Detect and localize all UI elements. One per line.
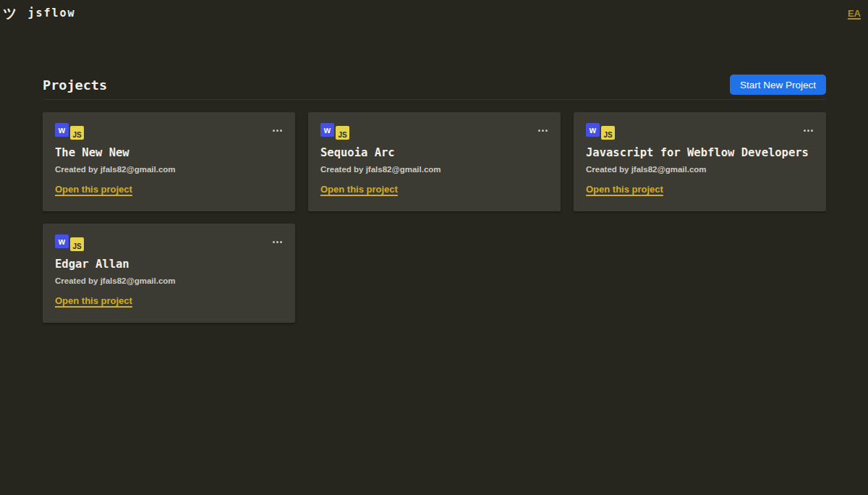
more-options-icon[interactable] bbox=[803, 127, 814, 134]
project-type-icons: w JS bbox=[55, 123, 84, 140]
javascript-icon: JS bbox=[70, 126, 84, 140]
card-header: w JS bbox=[320, 123, 548, 140]
more-options-icon[interactable] bbox=[272, 239, 283, 245]
project-card: w JS Javascript for Webflow Developers C… bbox=[574, 112, 826, 211]
open-project-link[interactable]: Open this project bbox=[320, 184, 398, 195]
jsflow-logo-icon: ツ bbox=[3, 7, 17, 20]
brand-name: jsflow bbox=[27, 7, 75, 20]
project-created-by: Created by jfals82@gmail.com bbox=[55, 164, 283, 174]
webflow-icon: w bbox=[55, 234, 69, 248]
project-created-by: Created by jfals82@gmail.com bbox=[586, 164, 814, 174]
open-project-link[interactable]: Open this project bbox=[586, 184, 663, 195]
card-header: w JS bbox=[55, 234, 283, 251]
page-title: Projects bbox=[43, 77, 107, 93]
project-title: Edgar Allan bbox=[55, 257, 283, 271]
account-link[interactable]: EA bbox=[848, 8, 861, 19]
page-header: Projects Start New Project bbox=[43, 75, 826, 100]
open-project-link[interactable]: Open this project bbox=[55, 295, 132, 306]
more-options-icon[interactable] bbox=[272, 127, 283, 134]
start-new-project-button[interactable]: Start New Project bbox=[730, 75, 826, 95]
project-card: w JS The New New Created by jfals82@gmai… bbox=[43, 112, 295, 211]
project-title: Javascript for Webflow Developers bbox=[586, 145, 814, 160]
project-type-icons: w JS bbox=[586, 123, 615, 140]
project-card: w JS Edgar Allan Created by jfals82@gmai… bbox=[43, 224, 295, 323]
top-bar: ツ jsflow EA bbox=[0, 0, 868, 22]
webflow-icon: w bbox=[55, 123, 69, 137]
projects-grid: w JS The New New Created by jfals82@gmai… bbox=[43, 112, 826, 323]
project-type-icons: w JS bbox=[320, 123, 349, 140]
webflow-icon: w bbox=[320, 123, 334, 137]
javascript-icon: JS bbox=[336, 126, 349, 140]
project-created-by: Created by jfals82@gmail.com bbox=[55, 276, 283, 286]
javascript-icon: JS bbox=[70, 237, 84, 251]
brand[interactable]: ツ jsflow bbox=[3, 7, 76, 20]
webflow-icon: w bbox=[586, 123, 600, 137]
project-created-by: Created by jfals82@gmail.com bbox=[320, 164, 548, 174]
card-header: w JS bbox=[586, 123, 814, 140]
card-header: w JS bbox=[55, 123, 283, 140]
main-content: Projects Start New Project w JS The New … bbox=[0, 75, 868, 323]
project-card: w JS Sequoia Arc Created by jfals82@gmai… bbox=[308, 112, 561, 211]
project-title: The New New bbox=[55, 145, 283, 160]
project-type-icons: w JS bbox=[55, 234, 84, 251]
more-options-icon[interactable] bbox=[537, 127, 548, 134]
project-title: Sequoia Arc bbox=[320, 145, 548, 160]
javascript-icon: JS bbox=[601, 126, 615, 140]
open-project-link[interactable]: Open this project bbox=[55, 184, 132, 195]
